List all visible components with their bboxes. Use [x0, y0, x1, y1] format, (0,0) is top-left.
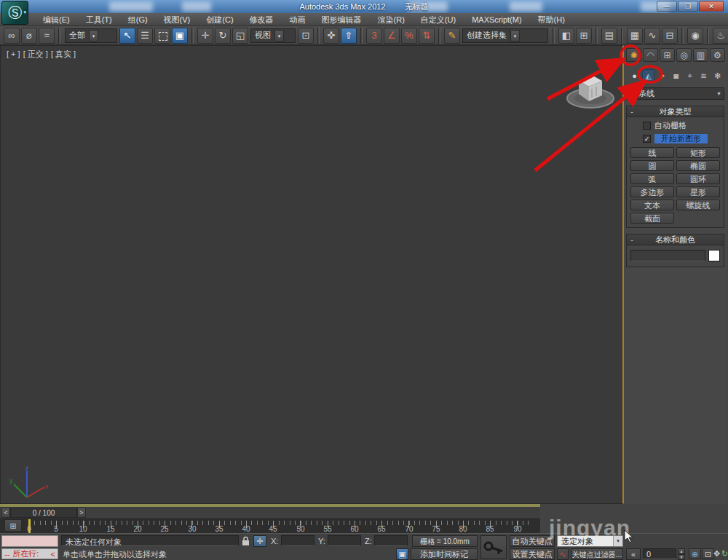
modify-tab-icon[interactable]: ◠ [643, 48, 658, 62]
bind-to-space-warp-icon[interactable]: ≈ [39, 28, 55, 44]
start-new-shape-checkbox[interactable]: ✓ [643, 135, 651, 143]
add-time-tag-button[interactable]: 添加时间标记 [411, 548, 478, 560]
polygon-button[interactable]: 多边形 [630, 186, 674, 197]
object-name-input[interactable] [630, 250, 705, 261]
time-slider-handle[interactable]: 0 / 100 [10, 508, 77, 518]
application-menu-button[interactable]: Ⓢ ▾ [1, 1, 28, 25]
mirror-icon[interactable]: ◧ [558, 28, 574, 44]
text-button[interactable]: 文本 [630, 200, 674, 210]
autogrid-checkbox[interactable] [643, 122, 651, 130]
key-filters-button[interactable]: 关键点过滤器... [571, 548, 623, 560]
menu-tools[interactable]: 工具(T) [78, 13, 120, 26]
reference-coordinate-dropdown[interactable]: 视图▾ [250, 28, 296, 43]
menu-help[interactable]: 帮助(H) [530, 13, 573, 26]
graphite-ribbon-icon[interactable]: ▦ [627, 28, 643, 44]
selection-lock-icon[interactable] [241, 536, 250, 546]
mini-curve-editor-icon[interactable]: ⊞ [4, 519, 22, 532]
utilities-tab-icon[interactable]: ⚙ [710, 48, 725, 62]
x-coordinate-field[interactable] [281, 535, 314, 546]
menu-customize[interactable]: 自定义(U) [413, 13, 464, 26]
time-tag-icon[interactable]: ▣ [396, 548, 408, 560]
helix-button[interactable]: 螺旋线 [676, 200, 720, 210]
display-tab-icon[interactable]: ▥ [693, 48, 708, 62]
spinner-snap-toggle-icon[interactable]: ⇅ [419, 28, 435, 44]
snap-toggle-3d-icon[interactable]: 3 [366, 28, 382, 44]
close-button[interactable]: ✕ [699, 1, 724, 12]
select-and-link-icon[interactable]: ∞ [4, 28, 20, 44]
menu-maxscript[interactable]: MAXScript(M) [464, 13, 529, 26]
select-and-move-icon[interactable]: ✛ [197, 28, 213, 44]
object-color-swatch[interactable] [708, 250, 720, 261]
next-frame-button[interactable]: > [77, 508, 86, 518]
select-and-manipulate-icon[interactable]: ✜ [323, 28, 339, 44]
select-object-icon[interactable]: ↖ [119, 28, 135, 44]
donut-button[interactable]: 圆环 [676, 173, 720, 184]
shapes-subtab-icon[interactable]: ◭ [642, 69, 654, 82]
go-to-start-button[interactable]: « [626, 548, 641, 560]
spinner-up-icon[interactable]: ▲ [678, 548, 685, 554]
menu-edit[interactable]: 编辑(E) [35, 13, 78, 26]
y-coordinate-field[interactable] [328, 535, 361, 546]
maximize-button[interactable]: ❐ [678, 1, 698, 12]
maxscript-listener-white-line[interactable]: -- 所在行: < [1, 548, 58, 559]
z-coordinate-field[interactable] [374, 535, 408, 546]
menu-create[interactable]: 创建(C) [198, 13, 241, 26]
motion-tab-icon[interactable]: ◎ [676, 48, 692, 62]
align-icon[interactable]: ⊞ [576, 28, 592, 44]
start-new-shape-label[interactable]: 开始新图形 [654, 134, 708, 143]
unlink-selection-icon[interactable]: ⌀ [21, 28, 37, 44]
menu-views[interactable]: 视图(V) [156, 13, 199, 26]
viewport-canvas[interactable]: [ + ][ 正交 ][ 真实 ] z y x [0, 45, 624, 504]
set-key-button[interactable]: 设置关键点 [510, 548, 555, 560]
current-frame-field[interactable]: 0 [643, 548, 676, 559]
lights-subtab-icon[interactable]: ✦ [656, 69, 668, 82]
curve-editor-icon[interactable]: ∿ [644, 28, 660, 44]
percent-snap-toggle-icon[interactable]: % [401, 28, 417, 44]
cameras-subtab-icon[interactable]: ◙ [670, 69, 682, 82]
selection-filter-dropdown[interactable]: 全部▾ [65, 28, 117, 43]
arc-button[interactable]: 弧 [630, 173, 674, 184]
create-tab-icon[interactable]: ✺ [626, 48, 641, 62]
rectangle-button[interactable]: 矩形 [676, 147, 720, 158]
render-setup-icon[interactable]: ♨ [713, 28, 728, 44]
window-crossing-icon[interactable]: ▣ [172, 28, 188, 44]
menu-group[interactable]: 组(G) [120, 13, 156, 26]
shape-category-dropdown[interactable]: 样条线▼ [626, 87, 724, 100]
star-button[interactable]: 星形 [676, 186, 720, 197]
helpers-subtab-icon[interactable]: ⌖ [684, 69, 696, 82]
new-key-curve-icon[interactable]: ∿ [557, 548, 569, 560]
menu-modifiers[interactable]: 修改器 [242, 13, 282, 26]
edit-named-selection-sets-icon[interactable]: ✎ [444, 28, 460, 44]
rectangular-selection-region-icon[interactable] [154, 28, 170, 44]
object-type-rollout-header[interactable]: - 对象类型 [627, 106, 724, 117]
menu-graph-editors[interactable]: 图形编辑器 [314, 13, 370, 26]
spinner-down-icon[interactable]: ▼ [678, 554, 685, 560]
space-warps-subtab-icon[interactable]: ≋ [697, 69, 710, 82]
geometry-subtab-icon[interactable]: ● [628, 69, 641, 82]
angle-snap-toggle-icon[interactable]: ∠ [384, 28, 400, 44]
use-pivot-point-center-icon[interactable]: ⊡ [298, 28, 314, 44]
menu-animation[interactable]: 动画 [282, 13, 314, 26]
auto-key-button[interactable]: 自动关键点 [510, 535, 555, 547]
previous-frame-button[interactable]: < [1, 508, 10, 518]
viewcube[interactable] [563, 65, 618, 116]
track-bar[interactable]: 0 5 10 15 20 25 30 35 40 45 50 55 60 65 … [0, 518, 540, 533]
absolute-mode-transform-icon[interactable]: ✛ [253, 535, 266, 547]
frame-spinner[interactable]: ▲ ▼ [678, 548, 685, 559]
maxscript-mini-listener[interactable] [1, 535, 58, 547]
select-and-scale-icon[interactable]: ◱ [232, 28, 248, 44]
material-editor-icon[interactable]: ◉ [687, 28, 703, 44]
select-and-rotate-icon[interactable]: ↻ [215, 28, 231, 44]
viewport-label[interactable]: [ + ][ 正交 ][ 真实 ] [7, 49, 79, 60]
named-selection-sets-dropdown[interactable]: 创建选择集▾ [462, 28, 548, 43]
ellipse-button[interactable]: 椭圆 [676, 160, 720, 171]
schematic-view-icon[interactable]: ⊟ [662, 28, 678, 44]
systems-subtab-icon[interactable]: ✻ [711, 69, 724, 82]
line-button[interactable]: 线 [630, 147, 674, 158]
keyboard-shortcut-override-icon[interactable]: ⇧ [341, 28, 357, 44]
zoom-extents-icon[interactable]: ⊕ [689, 548, 701, 559]
orbit-icon[interactable]: ↻ [719, 548, 728, 559]
layer-manager-icon[interactable]: ▤ [601, 28, 617, 44]
minimize-button[interactable]: — [657, 1, 677, 12]
hierarchy-tab-icon[interactable]: ⊞ [660, 48, 675, 62]
